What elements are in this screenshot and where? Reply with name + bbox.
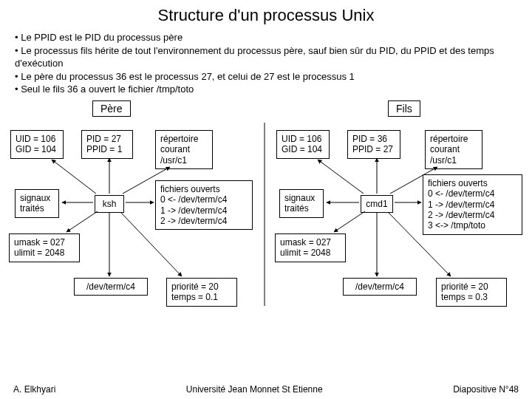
bullet: • Seul le fils 36 a ouvert le fichier /t… <box>15 83 517 96</box>
dev-box-right: /dev/term/c4 <box>343 278 417 296</box>
fd-box-right: fichiers ouverts 0 <- /dev/term/c4 1 -> … <box>423 174 522 235</box>
svg-line-5 <box>66 211 98 232</box>
pri-box-right: priorité = 20 temps = 0.3 <box>436 278 507 307</box>
page-title: Structure d'un processus Unix <box>0 0 532 28</box>
diagram-area: Père Fils UID = 106 GID = 104 PID = 27 P… <box>0 100 532 381</box>
dir-box-left: répertoire courant /usr/c1 <box>155 130 213 169</box>
bullet: • Le père du processus 36 est le process… <box>15 70 517 83</box>
dir-box-right: répertoire courant /usr/c1 <box>425 130 482 169</box>
pid-box-right: PID = 36 PPID = 27 <box>347 130 400 159</box>
pid-box-left: PID = 27 PPID = 1 <box>81 130 133 159</box>
shell-box-right: cmd1 <box>361 195 393 213</box>
pri-box-left: priorité = 20 temps = 0.1 <box>166 278 237 307</box>
sig-box-left: signaux traités <box>15 189 59 218</box>
label-fils: Fils <box>388 100 420 117</box>
fd-box-left: fichiers ouverts 0 <- /dev/term/c4 1 -> … <box>155 180 253 231</box>
bullet: • Le PPID est le PID du processus père <box>15 31 517 44</box>
umask-box-left: umask = 027 ulimit = 2048 <box>9 233 80 262</box>
footer-author: A. Elkhyari <box>13 384 55 395</box>
label-pere: Père <box>92 100 131 117</box>
footer-slide: Diapositive N°48 <box>453 384 519 395</box>
bullet: • Le processus fils hérite de tout l'env… <box>15 44 517 70</box>
svg-line-9 <box>318 160 364 194</box>
dev-box-left: /dev/term/c4 <box>74 278 148 296</box>
uid-box-right: UID = 106 GID = 104 <box>276 130 330 159</box>
shell-box-left: ksh <box>95 195 124 213</box>
bullet-list: • Le PPID est le PID du processus père •… <box>0 28 532 100</box>
uid-box-left: UID = 106 GID = 104 <box>10 130 64 159</box>
sig-box-right: signaux traités <box>279 189 324 218</box>
svg-line-13 <box>334 211 365 232</box>
umask-box-right: umask = 027 ulimit = 2048 <box>275 233 346 262</box>
footer-uni: Université Jean Monnet St Etienne <box>186 384 323 395</box>
footer: A. Elkhyari Université Jean Monnet St Et… <box>0 384 532 395</box>
